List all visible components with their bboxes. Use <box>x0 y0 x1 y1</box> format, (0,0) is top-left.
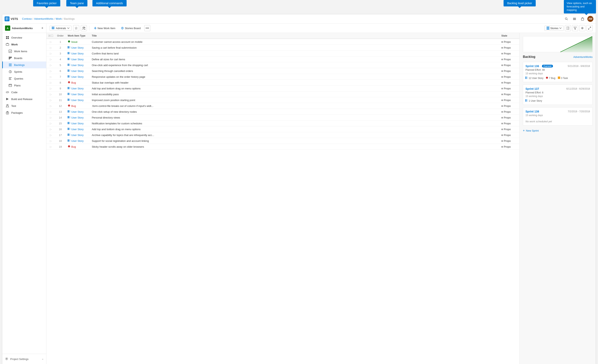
sprint-card-header: Sprint 137 6/11/2018 - 6/29/2018 <box>525 87 590 91</box>
td-title[interactable]: One-click add experience from the shoppi… <box>90 62 499 68</box>
stories-board-button[interactable]: Stories Board <box>119 26 143 31</box>
breadcrumb-adventureworks[interactable]: AdventureWorks <box>34 17 53 20</box>
table-row[interactable]: ▷ 3 User Story Confirm that items land P… <box>46 51 519 57</box>
boards-label: Boards <box>14 57 22 60</box>
table-row[interactable]: ▷ 9 User Story Add top and bottom drag o… <box>46 86 519 91</box>
table-row[interactable]: ▷ 1 ! Issue Customer cannot access accou… <box>46 39 519 45</box>
td-title[interactable]: Initial accessibility pass <box>90 91 499 97</box>
tooltip-backlog-level-picker: Backlog level picker <box>504 0 536 6</box>
td-title[interactable]: Add top and bottom drag on menu options <box>90 86 499 91</box>
td-title[interactable]: Customer cannot access account on mobile <box>90 39 499 45</box>
sprint-link[interactable]: Sprint 136 <box>525 65 539 68</box>
overview-label: Overview <box>11 36 22 39</box>
svg-rect-70 <box>70 58 70 60</box>
table-row[interactable]: ▷ 7 User Story Responsive updates on the… <box>46 74 519 80</box>
th-expand[interactable] <box>46 33 55 39</box>
filter-button[interactable] <box>572 25 578 31</box>
sidebar-item-backlogs[interactable]: Backlogs <box>2 61 46 68</box>
code-icon <box>6 91 9 94</box>
avatar[interactable]: AW <box>587 16 593 22</box>
sidebar-item-test[interactable]: Test <box>2 102 46 109</box>
sprint-link[interactable]: Sprint 138 <box>525 110 539 113</box>
table-row[interactable]: ▷ 19 ! Bug Sticky header scrolls away on… <box>46 144 519 150</box>
people-button[interactable] <box>81 25 87 31</box>
td-title[interactable]: Responsive updates on the order history … <box>90 74 499 80</box>
sidebar-item-work-items[interactable]: Work Items <box>2 48 46 55</box>
td-title[interactable]: Archive capability for topics that are i… <box>90 132 499 138</box>
td-type: User Story <box>66 57 90 62</box>
bag-button[interactable] <box>579 16 586 22</box>
more-dots-icon: ••• <box>146 26 149 30</box>
stories-board-label: Stories Board <box>125 27 141 30</box>
td-expand: ▷ <box>46 62 55 68</box>
sidebar-item-boards[interactable]: Boards <box>2 55 46 61</box>
new-work-item-button[interactable]: New Work Item <box>92 26 117 31</box>
td-title[interactable]: Define all sizes for cart items <box>90 57 499 62</box>
sidebar-item-packages[interactable]: Packages <box>2 109 46 116</box>
svg-marker-52 <box>574 27 576 30</box>
table-row[interactable]: ▷ 14 User Story Personal directory views… <box>46 115 519 121</box>
app-logo[interactable]: VSTS <box>5 17 18 21</box>
table-row[interactable]: ▷ 4 User Story Define all sizes for cart… <box>46 57 519 62</box>
favorites-button[interactable] <box>73 25 79 31</box>
table-row[interactable]: ▷ 5 User Story One-click add experience … <box>46 62 519 68</box>
table-row[interactable]: ▷ 13 User Story One-click setup of new d… <box>46 109 519 115</box>
table-row[interactable]: ▷ 10 User Story Initial accessibility pa… <box>46 91 519 97</box>
td-title[interactable]: Sticky header scrolls away on older brow… <box>90 144 499 150</box>
state-dot <box>501 88 503 89</box>
table-row[interactable]: ▷ 2 User Story Saving a cart before fina… <box>46 45 519 51</box>
expand-icon <box>588 27 591 30</box>
stories-dropdown[interactable]: Stories <box>544 26 564 31</box>
logo-icon <box>5 17 9 21</box>
svg-rect-3 <box>7 19 8 20</box>
td-expand: ▷ <box>46 51 55 57</box>
td-title[interactable]: Add top and bottom drag on menu options <box>90 126 499 132</box>
new-sprint-button[interactable]: + New Sprint <box>523 128 539 133</box>
td-type: User Story <box>66 115 90 121</box>
table-row[interactable]: ▷ 15 User Story Notification templates f… <box>46 121 519 126</box>
svg-rect-120 <box>558 76 560 79</box>
collapse-icon[interactable]: « <box>42 358 43 361</box>
td-title[interactable]: Confirm that items land <box>90 51 499 57</box>
td-state: Propo <box>499 74 519 80</box>
panel-layout-button[interactable] <box>565 25 571 31</box>
table-row[interactable]: ▷ 17 User Story Archive capability for t… <box>46 132 519 138</box>
sprint-link[interactable]: Sprint 137 <box>525 87 539 91</box>
td-title[interactable]: .form-control-file breaks out of column … <box>90 103 499 109</box>
td-title[interactable]: Searching through cancelled orders <box>90 68 499 74</box>
settings-button[interactable] <box>579 25 585 31</box>
table-row[interactable]: ▷ 18 User Story Support for social regis… <box>46 138 519 144</box>
list-view-button[interactable] <box>571 16 578 22</box>
td-title[interactable]: Saving a cart before final submmission <box>90 45 499 51</box>
td-title[interactable]: Notification templates for custom schedu… <box>90 121 499 126</box>
sidebar-item-build-release[interactable]: Build and Release <box>2 96 46 102</box>
sidebar-item-work[interactable]: Work <box>2 41 46 48</box>
breadcrumb-work[interactable]: Work <box>56 17 62 20</box>
td-title[interactable]: Status bar overlaps with header <box>90 80 499 86</box>
sidebar-item-sprints[interactable]: Sprints <box>2 68 46 75</box>
td-state: Propo <box>499 109 519 115</box>
sidebar-item-code[interactable]: Code <box>2 89 46 96</box>
table-row[interactable]: ▷ 16 User Story Add top and bottom drag … <box>46 126 519 132</box>
add-project-button[interactable]: + <box>41 26 43 30</box>
sidebar-item-overview[interactable]: Overview <box>2 34 46 41</box>
state-dot <box>501 59 503 60</box>
table-row[interactable]: ▷ 8 ! Bug Status bar overlaps with heade… <box>46 80 519 86</box>
project-settings-item[interactable]: Project Settings « <box>2 356 46 363</box>
expand-button[interactable] <box>587 25 593 31</box>
td-type: ! Bug <box>66 144 90 150</box>
table-row[interactable]: ▷ 6 User Story Searching through cancell… <box>46 68 519 74</box>
table-row[interactable]: ▷ 11 User Story Improved zoom position s… <box>46 97 519 103</box>
team-selector[interactable]: Admirals <box>50 26 72 31</box>
search-button[interactable] <box>563 16 570 22</box>
td-title[interactable]: Improved zoom position starting point <box>90 97 499 103</box>
table-row[interactable]: ▷ 12 ! Bug .form-control-file breaks out… <box>46 103 519 109</box>
td-title[interactable]: Support for social registration and acco… <box>90 138 499 144</box>
sidebar-item-queries[interactable]: Queries <box>2 75 46 82</box>
td-title[interactable]: Personal directory views <box>90 115 499 121</box>
more-actions-button[interactable]: ••• <box>144 25 150 31</box>
content-toolbar: Admirals <box>46 24 596 33</box>
sidebar-item-plans[interactable]: Plans <box>2 82 46 89</box>
breadcrumb-contoso[interactable]: Contoso <box>22 17 32 20</box>
td-title[interactable]: One-click setup of new directory nodes <box>90 109 499 115</box>
